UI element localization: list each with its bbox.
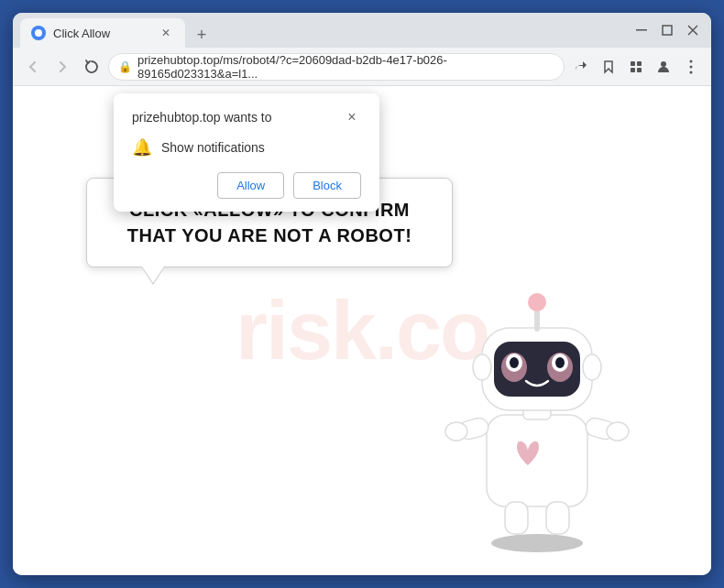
popup-permission-row: 🔔 Show notifications — [132, 137, 361, 158]
bookmark-button[interactable] — [596, 54, 621, 80]
svg-rect-1 — [663, 26, 672, 35]
svg-rect-7 — [631, 68, 635, 72]
allow-button[interactable]: Allow — [217, 172, 284, 199]
svg-point-32 — [473, 354, 491, 380]
svg-rect-0 — [636, 29, 647, 31]
notification-popup: prizehubtop.top wants to × 🔔 Show notifi… — [114, 93, 379, 212]
svg-rect-14 — [487, 415, 587, 506]
popup-title: prizehubtop.top wants to — [132, 110, 272, 125]
address-bar[interactable]: 🔒 prizehubtop.top/ms/robot4/?c=20609dad-… — [108, 53, 565, 81]
close-button[interactable] — [682, 19, 704, 41]
svg-point-18 — [607, 422, 629, 441]
svg-point-13 — [491, 534, 583, 552]
share-button[interactable] — [568, 54, 594, 80]
tab-favicon-icon — [31, 26, 46, 40]
account-button[interactable] — [651, 54, 676, 80]
menu-button[interactable] — [678, 54, 704, 80]
svg-rect-8 — [637, 68, 642, 72]
svg-marker-4 — [605, 61, 612, 72]
permission-text: Show notifications — [161, 140, 265, 155]
popup-header: prizehubtop.top wants to × — [132, 108, 361, 126]
svg-point-10 — [690, 60, 693, 62]
bell-icon: 🔔 — [132, 137, 152, 158]
forward-button[interactable] — [49, 54, 75, 80]
url-text: prizehubtop.top/ms/robot4/?c=20609dad-b2… — [137, 53, 554, 81]
robot-svg — [418, 245, 656, 557]
robot-illustration — [418, 245, 656, 557]
reload-button[interactable] — [79, 54, 104, 80]
navigation-bar: 🔒 prizehubtop.top/ms/robot4/?c=20609dad-… — [13, 48, 711, 86]
svg-rect-19 — [505, 502, 528, 534]
svg-point-12 — [690, 71, 693, 73]
nav-action-buttons — [568, 54, 704, 80]
lock-icon: 🔒 — [118, 60, 132, 73]
maximize-button[interactable] — [656, 19, 678, 41]
tab-title: Click Allow — [53, 27, 110, 40]
back-button[interactable] — [20, 54, 46, 80]
popup-buttons: Allow Block — [132, 172, 361, 199]
block-button[interactable]: Block — [293, 172, 361, 199]
svg-point-9 — [661, 61, 666, 67]
svg-rect-20 — [546, 502, 569, 534]
window-controls — [631, 19, 704, 41]
svg-point-29 — [555, 357, 565, 368]
tab-close-button[interactable]: ✕ — [158, 25, 174, 41]
svg-point-17 — [445, 422, 467, 441]
new-tab-button[interactable]: + — [189, 22, 214, 48]
title-bar: Click Allow ✕ + — [13, 13, 711, 48]
svg-point-28 — [510, 357, 519, 368]
svg-point-31 — [528, 293, 546, 311]
popup-close-button[interactable]: × — [343, 108, 361, 126]
extension-button[interactable] — [623, 54, 649, 80]
active-tab[interactable]: Click Allow ✕ — [20, 18, 185, 48]
svg-rect-6 — [637, 61, 642, 66]
browser-window: Click Allow ✕ + 🔒 — [13, 13, 711, 575]
minimize-button[interactable] — [631, 19, 653, 41]
page-content: risk.co prizehubtop.top wants to × 🔔 Sho… — [13, 86, 711, 575]
svg-rect-5 — [631, 61, 635, 66]
svg-point-33 — [583, 354, 601, 380]
svg-point-11 — [690, 65, 693, 68]
tab-bar: Click Allow ✕ + — [20, 13, 625, 48]
